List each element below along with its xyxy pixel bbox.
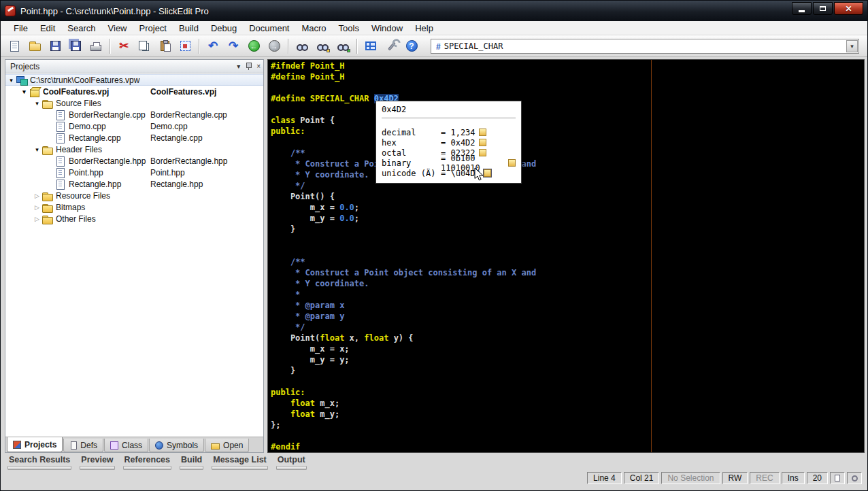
- tree-row[interactable]: Demo.cppDemo.cpp: [5, 120, 263, 132]
- select-code-block-button[interactable]: [176, 37, 195, 55]
- maximize-button[interactable]: [813, 2, 833, 15]
- menu-search[interactable]: Search: [61, 22, 101, 35]
- app-icon[interactable]: [5, 5, 16, 16]
- tree-row[interactable]: BorderRectangle.hppBorderRectangle.hpp: [5, 155, 263, 167]
- pin-icon[interactable]: [245, 62, 252, 71]
- symbol-combo[interactable]: SPECIAL_CHAR ▾: [431, 39, 859, 54]
- twisty-expanded-icon[interactable]: ▾: [33, 146, 41, 153]
- twisty-collapsed-icon[interactable]: ▷: [33, 204, 41, 211]
- tool-tab-build[interactable]: Build: [180, 455, 203, 470]
- file-icon: [55, 110, 66, 120]
- status-line[interactable]: Line 4: [587, 472, 622, 484]
- find-references-button[interactable]: [333, 37, 352, 55]
- tree-row[interactable]: ▷Resource Files: [5, 190, 263, 201]
- toolbar-separator: [356, 39, 357, 54]
- combo-dropdown-arrow[interactable]: ▾: [846, 40, 858, 52]
- status-insert-mode[interactable]: Ins: [782, 472, 805, 484]
- redo-button[interactable]: [224, 37, 243, 55]
- menu-project[interactable]: Project: [133, 22, 173, 35]
- tool-tab-search-results[interactable]: Search Results: [7, 455, 71, 470]
- tree-row[interactable]: ▷Bitmaps: [5, 201, 263, 213]
- save-all-button[interactable]: [66, 37, 85, 55]
- wrench-icon: [388, 41, 396, 50]
- project-icon: [29, 87, 40, 97]
- tool-tab-output[interactable]: Output: [276, 455, 307, 470]
- status-column[interactable]: Col 21: [624, 472, 660, 484]
- help-button[interactable]: [402, 37, 421, 55]
- tree-row[interactable]: Point.hppPoint.hpp: [5, 167, 263, 178]
- twisty-expanded-icon[interactable]: ▾: [20, 88, 29, 95]
- menu-view[interactable]: View: [102, 22, 133, 35]
- twisty-expanded-icon[interactable]: ▾: [7, 77, 16, 84]
- copy-button[interactable]: [135, 37, 154, 55]
- code-editor[interactable]: #ifndef Point_H#define Point_H#define SP…: [267, 59, 865, 453]
- twisty-collapsed-icon[interactable]: ▷: [33, 192, 41, 199]
- menu-file[interactable]: File: [7, 22, 34, 35]
- tab-symbols[interactable]: Symbols: [149, 439, 204, 452]
- twisty-expanded-icon[interactable]: ▾: [33, 100, 41, 107]
- paste-button[interactable]: [155, 37, 174, 55]
- status-macro-record[interactable]: REC: [750, 472, 779, 484]
- tool-tab-message-list[interactable]: Message List: [212, 455, 268, 470]
- tree-row[interactable]: BorderRectangle.cppBorderRectangle.cpp: [5, 109, 263, 120]
- twisty-collapsed-icon[interactable]: ▷: [33, 216, 41, 222]
- menu-build[interactable]: Build: [173, 22, 205, 35]
- code-line: float m_x;: [271, 398, 864, 409]
- menu-document[interactable]: Document: [243, 22, 295, 35]
- minimize-button[interactable]: [792, 2, 812, 15]
- tree-row[interactable]: Rectangle.hppRectangle.hpp: [5, 178, 263, 190]
- toolbar-separator: [288, 39, 288, 54]
- panel-menu-icon[interactable]: ▾: [237, 63, 240, 70]
- find-next-button[interactable]: [313, 37, 332, 55]
- find-button[interactable]: [293, 37, 312, 55]
- window-layout-button[interactable]: [361, 37, 380, 55]
- tab-class[interactable]: Class: [104, 439, 148, 452]
- tree-row[interactable]: ▾C:\src\trunk\CoolFeatures.vpw: [5, 74, 263, 86]
- tool-tab-references[interactable]: References: [123, 455, 171, 470]
- tree-row[interactable]: ▷Other Files: [5, 213, 263, 224]
- status-icon-button-1[interactable]: [830, 472, 845, 484]
- tree-item-label: Resource Files: [56, 191, 110, 201]
- tab-open[interactable]: Open: [205, 439, 249, 452]
- menu-window[interactable]: Window: [365, 22, 409, 35]
- tree-row[interactable]: Rectangle.cppRectangle.cpp: [5, 132, 263, 143]
- tree-item-label: Demo.cpp: [69, 122, 106, 131]
- tab-label: Class: [122, 441, 142, 450]
- menu-debug[interactable]: Debug: [205, 22, 243, 35]
- status-read-write[interactable]: RW: [722, 472, 748, 484]
- tooltip-row: binary= 0b100 11010010: [382, 158, 516, 168]
- open-file-button[interactable]: [25, 37, 44, 55]
- code-line: [271, 137, 864, 148]
- symbol-combo-value: SPECIAL_CHAR: [444, 41, 503, 51]
- tree-row[interactable]: ▾Source Files: [5, 97, 263, 109]
- print-button[interactable]: [86, 37, 105, 55]
- tree-row[interactable]: ▾Header Files: [5, 143, 263, 155]
- folder-open-icon: [42, 99, 53, 108]
- copy-value-icon[interactable]: [479, 139, 486, 146]
- navigate-back-button[interactable]: [244, 37, 263, 55]
- menu-edit[interactable]: Edit: [34, 22, 61, 35]
- status-buffer-count[interactable]: 20: [807, 472, 828, 484]
- code-line: m_x = 0.0;: [271, 202, 864, 213]
- new-file-button[interactable]: [5, 37, 24, 55]
- menu-help[interactable]: Help: [409, 22, 439, 35]
- navigate-forward-button[interactable]: [265, 37, 284, 55]
- options-button[interactable]: [382, 37, 401, 55]
- close-button[interactable]: ✕: [834, 2, 863, 15]
- save-button[interactable]: [46, 37, 65, 55]
- code-line: public:: [271, 387, 864, 398]
- status-selection[interactable]: No Selection: [661, 472, 720, 484]
- panel-close-icon[interactable]: ×: [256, 63, 261, 70]
- undo-button[interactable]: [203, 37, 222, 55]
- tool-tab-preview[interactable]: Preview: [80, 455, 114, 470]
- status-icon-button-2[interactable]: [847, 472, 862, 484]
- tree-row[interactable]: ▾CoolFeatures.vpjCoolFeatures.vpj: [5, 86, 263, 97]
- copy-value-icon[interactable]: [508, 159, 516, 167]
- menu-tools[interactable]: Tools: [333, 22, 365, 35]
- copy-value-icon[interactable]: [484, 169, 491, 177]
- tab-defs[interactable]: Defs: [63, 439, 103, 452]
- menu-macro[interactable]: Macro: [295, 22, 332, 35]
- tab-projects[interactable]: Projects: [7, 437, 63, 452]
- cut-button[interactable]: [114, 37, 133, 55]
- copy-value-icon[interactable]: [479, 129, 486, 136]
